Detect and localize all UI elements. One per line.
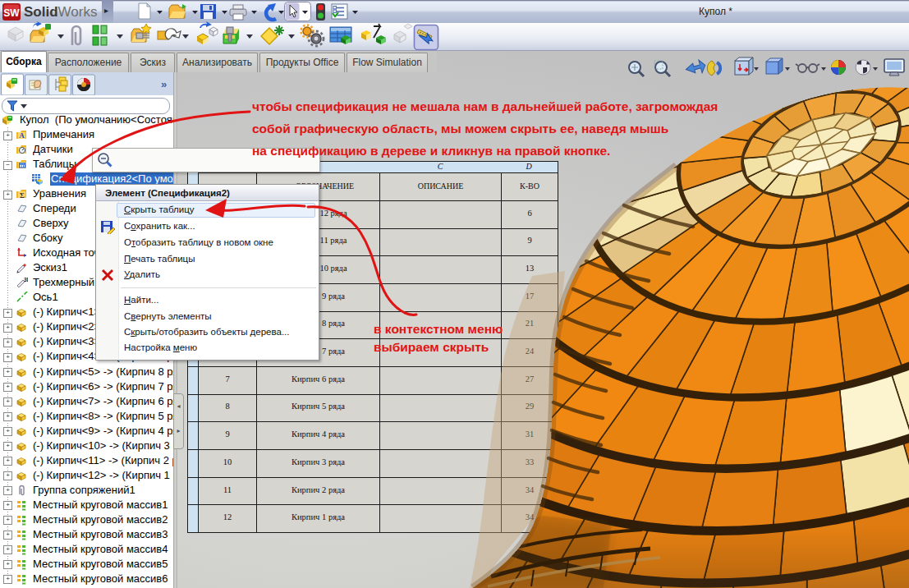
svg-text:A: A (19, 131, 25, 140)
svg-text:3D: 3D (24, 277, 28, 283)
svg-text:Σ: Σ (20, 191, 25, 200)
